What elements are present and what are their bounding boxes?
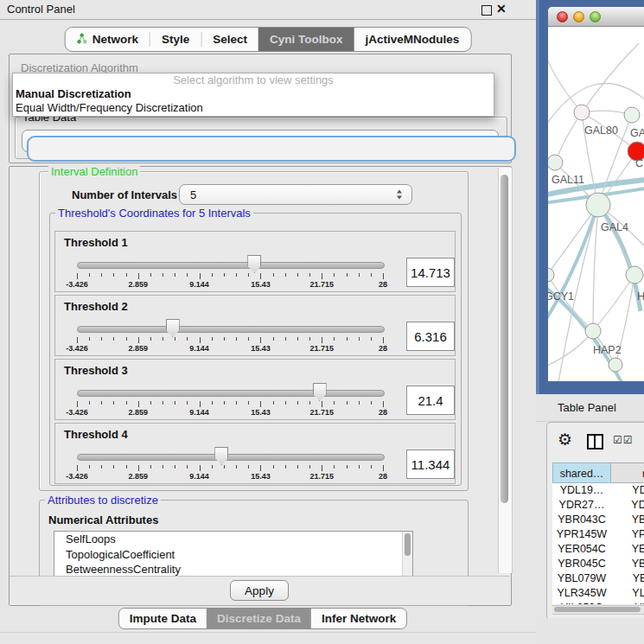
network-node[interactable] (574, 105, 590, 120)
tick-mark (163, 465, 163, 469)
numerical-attributes-list[interactable]: SelfLoopsTopologicalCoefficientBetweenne… (54, 531, 413, 577)
tick-label: 2.859 (129, 408, 149, 417)
split-columns-icon[interactable] (587, 434, 603, 450)
slider-thumb[interactable] (166, 319, 180, 337)
tab-select[interactable]: Select (201, 28, 258, 51)
table-cell: YBR0 (611, 557, 644, 571)
checkbox-icons[interactable]: ☑☑ (613, 434, 634, 446)
tick-mark (236, 401, 237, 405)
tick-mark (212, 273, 213, 277)
algorithm-combobox[interactable] (27, 136, 516, 162)
table-row[interactable]: YIL053CYIL0 (552, 601, 644, 604)
tick-label: 9.144 (189, 344, 209, 353)
tick-mark (113, 273, 114, 277)
network-node[interactable] (624, 107, 640, 123)
attribute-item[interactable]: TopologicalCoefficient (54, 547, 412, 563)
tab-infer-network[interactable]: Infer Network (311, 609, 406, 628)
float-window-icon[interactable] (481, 5, 492, 16)
close-traffic-light[interactable] (557, 11, 568, 22)
tab-network[interactable]: Network (66, 28, 150, 51)
tick-mark (224, 273, 225, 277)
tick-mark (187, 337, 188, 341)
slider-thumb[interactable] (313, 383, 327, 401)
number-of-intervals-combobox[interactable]: 5 (179, 184, 412, 205)
scrollbar-thumb[interactable] (554, 607, 641, 612)
table-cell: YPR1 (611, 527, 644, 542)
option-manual-discretization[interactable]: Manual Discretization (13, 87, 494, 101)
slider-track[interactable] (77, 390, 385, 397)
option-equal-width-frequency[interactable]: Equal Width/Frequency Discretization (13, 101, 494, 115)
network-window-titlebar[interactable] (548, 7, 644, 27)
gear-icon[interactable]: ⚙ (558, 430, 572, 449)
tab-style[interactable]: Style (150, 28, 201, 51)
slider-track[interactable] (77, 262, 385, 269)
network-node[interactable] (585, 323, 601, 339)
network-node[interactable] (626, 266, 643, 284)
threshold-value-field[interactable]: 11.344 (406, 450, 455, 479)
tick-mark (200, 401, 201, 407)
tab-discretize-data[interactable]: Discretize Data (207, 609, 311, 628)
network-node[interactable] (548, 268, 554, 282)
network-node-label: GAL4 (601, 221, 628, 233)
tick-mark (359, 337, 360, 341)
algorithm-hint: Select algorithm to view settings (13, 73, 494, 87)
table-row[interactable]: YPR145WYPR1 (552, 527, 644, 542)
right-background (536, 618, 644, 644)
table-row[interactable]: YDR27…YDR2 (552, 498, 644, 513)
tick-mark (260, 273, 261, 279)
tick-mark (113, 337, 114, 341)
table-panel: ⚙ ☑☑ shared… n YDL19…YDL1YDR27…YDR2YBR04… (546, 422, 644, 620)
table-cell: YBR043C (552, 513, 611, 527)
threshold-value-field[interactable]: 6.316 (406, 322, 455, 351)
attribute-item[interactable]: BetweennessCentrality (54, 562, 412, 577)
close-icon[interactable]: ✕ (496, 2, 507, 16)
tick-mark (113, 465, 114, 469)
table-row[interactable]: YDL19…YDL1 (552, 483, 644, 498)
network-canvas[interactable]: GAL80GACGAL11GAL4GCY1HHAP2 (548, 26, 644, 381)
table-row[interactable]: YBL079WYBL0 (552, 571, 644, 586)
tab-jactivemnodules[interactable]: jActiveMNodules (354, 28, 471, 51)
table-row[interactable]: YLR345WYLR3 (552, 586, 644, 601)
tick-mark (248, 337, 249, 341)
table-row[interactable]: YER054CYER0 (552, 542, 644, 557)
table-horizontal-scrollbar[interactable] (552, 605, 644, 615)
apply-button[interactable]: Apply (230, 580, 289, 601)
settings-vertical-scrollbar[interactable] (498, 168, 513, 573)
tick-label: -3.426 (66, 280, 88, 289)
threshold-label: Threshold 3 (64, 364, 128, 377)
table-cell: YBR0 (611, 513, 644, 527)
threshold-row: Threshold 2-3.4262.8599.14415.4321.71528… (54, 295, 456, 356)
tick-mark (371, 465, 372, 469)
tick-mark (371, 401, 372, 405)
table-row[interactable]: YBR045CYBR0 (552, 557, 644, 571)
slider-track[interactable] (77, 326, 385, 333)
slider-track[interactable] (77, 454, 385, 461)
tick-mark (248, 401, 249, 405)
table-cell: YDL19… (552, 483, 611, 498)
zoom-traffic-light[interactable] (590, 11, 601, 22)
tick-mark (273, 465, 274, 469)
network-node[interactable] (609, 358, 622, 372)
column-header-shared-name[interactable]: shared… (552, 462, 611, 483)
network-node[interactable] (586, 193, 610, 217)
attributes-list-scrollbar[interactable] (402, 532, 412, 577)
table-cell: YDR27… (552, 498, 611, 513)
tick-label: 15.43 (251, 280, 271, 289)
table-cell: YDL1 (611, 483, 644, 498)
network-node[interactable] (548, 155, 563, 170)
network-node-label: GCY1 (548, 290, 574, 303)
column-header-name[interactable]: n (611, 462, 644, 483)
tab-cyni-toolbox[interactable]: Cyni Toolbox (258, 28, 354, 51)
table-row[interactable]: YBR043CYBR0 (552, 513, 644, 527)
threshold-value-field[interactable]: 21.4 (406, 386, 455, 415)
slider-thumb[interactable] (247, 255, 261, 273)
minimize-traffic-light[interactable] (573, 11, 584, 22)
table-rows: YDL19…YDL1YDR27…YDR2YBR043CYBR0YPR145WYP… (552, 483, 644, 604)
thresholds-group-title: Threshold's Coordinates for 5 Intervals (55, 207, 253, 220)
attribute-item[interactable]: SelfLoops (54, 532, 412, 547)
tab-impute-data[interactable]: Impute Data (119, 609, 207, 628)
slider-thumb[interactable] (214, 447, 228, 465)
scrollbar-thumb[interactable] (501, 175, 508, 503)
threshold-value-field[interactable]: 14.713 (406, 258, 455, 287)
tick-mark (101, 337, 102, 341)
